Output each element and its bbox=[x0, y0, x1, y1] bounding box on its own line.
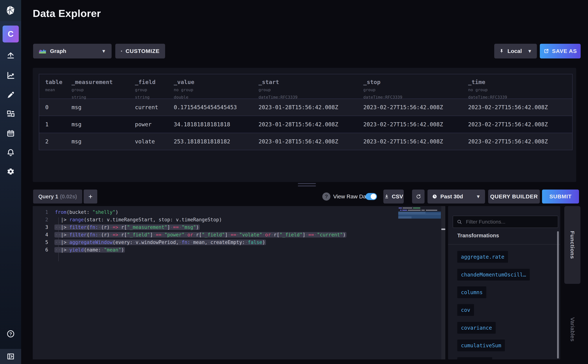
graph-type-label: Graph bbox=[50, 48, 66, 54]
query-tab[interactable]: Query 1 (0.02s) bbox=[33, 189, 82, 203]
panel-resize-handle[interactable] bbox=[298, 186, 316, 186]
submit-label: SUBMIT bbox=[549, 193, 572, 200]
code-line: 2 |> range(start: v.timeRangeStart, stop… bbox=[33, 216, 397, 224]
time-range-label: Past 30d bbox=[440, 193, 463, 200]
indent-guide bbox=[58, 217, 59, 261]
influxdb-logo[interactable] bbox=[0, 0, 21, 21]
table-body: 0msgcurrent0.171545454545454532023-01-28… bbox=[39, 99, 573, 150]
customize-button[interactable]: CUSTOMIZE bbox=[115, 44, 165, 58]
time-range-dropdown[interactable]: Past 30d ▼ bbox=[427, 189, 485, 203]
panel-resize-handle[interactable] bbox=[298, 183, 316, 184]
filter-functions-input[interactable] bbox=[465, 219, 554, 225]
query-duration: (0.02s) bbox=[60, 194, 77, 200]
line-number: 3 bbox=[33, 224, 48, 231]
table-cell: volate bbox=[135, 138, 174, 145]
csv-download-button[interactable]: CSV bbox=[383, 189, 404, 203]
chevron-down-icon: ▼ bbox=[476, 194, 481, 199]
editor-collapse-handle[interactable] bbox=[441, 228, 445, 230]
table-cell: 2023-01-28T15:56:42.008Z bbox=[259, 121, 363, 128]
table-cell: msg bbox=[72, 121, 135, 128]
sidebar-item-load-data[interactable] bbox=[0, 49, 21, 62]
table-cell: 2023-02-27T15:56:42.008Z bbox=[363, 138, 468, 145]
functions-panel: Transformations aggregate.ratechandeMome… bbox=[448, 206, 560, 359]
functions-scrollbar[interactable] bbox=[557, 231, 559, 358]
save-location-dropdown[interactable]: Local ▼ bbox=[494, 44, 537, 58]
table-row: 0msgcurrent0.171545454545454532023-01-28… bbox=[39, 99, 573, 116]
flux-code-editor[interactable]: 1from(bucket: "shelly")2 |> range(start:… bbox=[33, 206, 445, 359]
line-number: 4 bbox=[33, 231, 48, 239]
refresh-button[interactable] bbox=[412, 189, 425, 203]
plus-icon: + bbox=[88, 193, 92, 201]
table-cell: 2023-01-28T15:56:42.008Z bbox=[259, 104, 363, 110]
toggle-knob bbox=[371, 194, 376, 199]
function-pill[interactable] bbox=[457, 357, 492, 359]
table-cell: msg bbox=[72, 104, 135, 110]
function-pill[interactable]: columns bbox=[457, 286, 486, 298]
function-pill[interactable]: cov bbox=[457, 304, 474, 316]
tab-functions[interactable]: Functions bbox=[564, 206, 581, 284]
graph-type-icon bbox=[39, 48, 46, 54]
function-pill[interactable]: aggregate.rate bbox=[457, 251, 508, 263]
help-icon: ? bbox=[6, 329, 15, 338]
query-tab-label: Query 1 bbox=[39, 194, 58, 200]
table-row: 2msgvolate253.18181818181822023-01-28T15… bbox=[39, 133, 573, 150]
page-title: Data Explorer bbox=[33, 7, 101, 19]
code-line: 1from(bucket: "shelly") bbox=[33, 208, 397, 216]
function-pill[interactable]: covariance bbox=[457, 322, 496, 334]
refresh-icon bbox=[416, 194, 421, 199]
sidebar-item-tasks[interactable] bbox=[0, 127, 21, 140]
avatar-label: C bbox=[8, 29, 14, 39]
pin-icon bbox=[499, 48, 504, 54]
sidebar-item-help[interactable]: ? bbox=[0, 327, 21, 340]
add-query-button[interactable]: + bbox=[84, 189, 97, 203]
table-row: 1msgpower34.181818181818182023-01-28T15:… bbox=[39, 116, 573, 133]
avatar[interactable]: C bbox=[3, 26, 19, 42]
view-raw-data-label: View Raw Data bbox=[333, 189, 371, 203]
code-line: 4··|>·filter(fn:·(r)·=>·r["_field"]·==·"… bbox=[33, 231, 397, 239]
column-header: tablemean bbox=[39, 74, 72, 98]
submit-button[interactable]: SUBMIT bbox=[542, 189, 579, 203]
clock-icon bbox=[432, 194, 438, 199]
table-cell: 2023-01-28T15:56:42.008Z bbox=[259, 138, 363, 145]
divider bbox=[448, 244, 560, 245]
table-cell: 34.18181818181818 bbox=[174, 121, 259, 128]
column-header: _startgroupdateTime:RFC3339 bbox=[259, 74, 363, 98]
sidebar-item-notebooks[interactable] bbox=[0, 89, 21, 102]
calendar-icon bbox=[7, 129, 15, 138]
table-cell: msg bbox=[72, 138, 135, 145]
sidebar-item-dashboards[interactable] bbox=[0, 108, 21, 121]
dashboards-icon bbox=[7, 110, 15, 118]
line-number: 2 bbox=[33, 216, 48, 224]
column-header: _valueno groupdouble bbox=[174, 74, 259, 98]
query-builder-button[interactable]: QUERY BUILDER bbox=[488, 189, 540, 203]
customize-label: CUSTOMIZE bbox=[126, 48, 160, 54]
function-pill[interactable]: chandeMomentumOscill… bbox=[457, 269, 530, 280]
influxdb-cube-icon bbox=[6, 5, 16, 16]
chevron-down-icon: ▼ bbox=[527, 49, 532, 53]
sidebar-nav: C bbox=[0, 0, 21, 364]
save-location-label: Local bbox=[508, 48, 522, 54]
line-number: 6 bbox=[33, 246, 48, 254]
export-icon bbox=[543, 48, 549, 54]
filter-functions-searchbox[interactable] bbox=[453, 216, 558, 228]
sidebar-item-alerts[interactable] bbox=[0, 146, 21, 159]
function-pill[interactable]: cumulativeSum bbox=[457, 339, 505, 351]
chevron-down-icon: ▼ bbox=[101, 49, 106, 53]
upload-icon bbox=[7, 52, 15, 60]
tab-variables[interactable]: Variables bbox=[567, 311, 578, 348]
editor-minimap[interactable] bbox=[398, 208, 441, 244]
raw-data-help-icon[interactable]: ? bbox=[322, 193, 330, 201]
sidebar-item-settings[interactable] bbox=[0, 165, 21, 178]
table-cell: 2 bbox=[39, 138, 72, 145]
table-cell: 0.17154545454545453 bbox=[174, 104, 259, 110]
visualization-type-dropdown[interactable]: Graph ▼ bbox=[33, 44, 112, 58]
expand-sidebar-icon[interactable] bbox=[7, 352, 15, 360]
query-builder-label: QUERY BUILDER bbox=[490, 193, 538, 200]
sidebar-item-data-explorer[interactable] bbox=[0, 69, 21, 82]
line-chart-icon bbox=[7, 71, 15, 80]
raw-data-table: tablemean_measurementgroupstring_fieldgr… bbox=[39, 74, 573, 150]
functions-section-title: Transformations bbox=[457, 233, 499, 239]
view-raw-data-toggle[interactable] bbox=[366, 193, 377, 200]
save-as-button[interactable]: SAVE AS bbox=[540, 44, 581, 58]
table-cell: power bbox=[135, 121, 174, 128]
